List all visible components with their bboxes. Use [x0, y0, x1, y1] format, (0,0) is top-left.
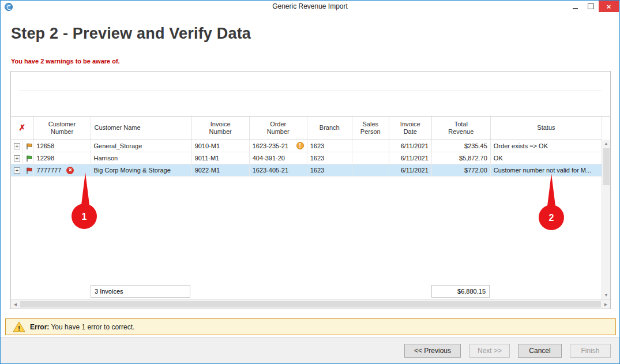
cell-customer-number: 7777777×	[33, 164, 91, 176]
column-header-customer-number[interactable]: Customer Number	[33, 117, 91, 140]
vertical-scroll-thumb[interactable]	[603, 148, 610, 185]
cell-order-number: 1623-405-21	[249, 164, 307, 176]
orange-flag-icon	[25, 142, 33, 150]
cell-status: Order exists => OK	[490, 140, 602, 152]
invoice-table: ✗ Customer Number Customer Name Invoice …	[11, 117, 602, 177]
page-title: Step 2 - Preview and Verify Data	[11, 25, 251, 43]
warning-icon: !	[296, 142, 304, 149]
cell-invoice-date: 6/11/2021	[389, 152, 431, 164]
cell-status: OK	[490, 152, 602, 164]
scroll-up-icon[interactable]: ▲	[602, 140, 610, 148]
column-header-error[interactable]: ✗	[11, 117, 33, 140]
horizontal-scroll-thumb[interactable]	[20, 301, 601, 307]
column-header-sales-person[interactable]: Sales Person	[352, 117, 389, 140]
preview-grid: ✗ Customer Number Customer Name Invoice …	[10, 71, 611, 309]
warning-triangle-icon: !	[13, 321, 25, 333]
cell-total-revenue: $5,872.70	[431, 152, 490, 164]
error-message: You have 1 error to correct.	[51, 323, 134, 331]
green-flag-icon	[25, 155, 33, 162]
cell-customer-number: 12658	[33, 140, 91, 152]
invoice-count-summary: 3 Invoices	[91, 285, 190, 298]
table-row[interactable]: + 7777777× Big Corp Moving & Storage 902…	[11, 164, 602, 176]
cell-branch: 1623	[307, 164, 352, 176]
cell-invoice-number: 9010-M1	[191, 140, 249, 152]
table-row[interactable]: + 12298 Harrison 9011-M1 404-391-20 1623…	[11, 152, 602, 164]
cell-sales-person	[352, 164, 389, 176]
next-button[interactable]: Next >>	[469, 344, 510, 358]
expand-row-icon[interactable]: +	[14, 143, 20, 149]
scroll-left-icon[interactable]: ◀	[11, 300, 20, 309]
scroll-right-icon[interactable]: ▶	[602, 300, 610, 309]
maximize-button[interactable]	[583, 1, 599, 12]
warning-message: You have 2 warnings to be aware of.	[11, 58, 120, 65]
cell-order-number: 1623-235-21!	[249, 140, 307, 152]
button-bar: << Previous Next >> Cancel Finish	[1, 337, 619, 363]
error-label: Error:	[30, 323, 49, 331]
vertical-scrollbar[interactable]: ▲ ▼	[602, 140, 610, 299]
cell-invoice-number: 9022-M1	[191, 164, 249, 176]
error-column-icon: ✗	[18, 123, 25, 132]
column-header-branch[interactable]: Branch	[307, 117, 352, 140]
cell-total-revenue: $772.00	[431, 164, 490, 176]
minimize-button[interactable]	[568, 1, 583, 12]
scroll-down-icon[interactable]: ▼	[602, 291, 610, 299]
dialog-window: Generic Revenue Import × Step 2 - Previe…	[0, 0, 620, 364]
column-header-total-revenue[interactable]: Total Revenue	[431, 117, 490, 140]
error-icon: ×	[66, 167, 74, 174]
svg-text:!: !	[18, 325, 20, 332]
cell-customer-number: 12298	[33, 152, 91, 164]
column-header-order-number[interactable]: Order Number	[249, 117, 307, 140]
cell-invoice-date: 6/11/2021	[389, 140, 431, 152]
cell-invoice-number: 9011-M1	[191, 152, 249, 164]
previous-button[interactable]: << Previous	[404, 344, 461, 358]
cell-invoice-date: 6/11/2021	[389, 164, 431, 176]
group-panel-divider	[18, 91, 602, 91]
error-bar: ! Error: You have 1 error to correct.	[5, 318, 616, 335]
total-revenue-summary: $6,880.15	[431, 285, 490, 298]
expand-row-icon[interactable]: +	[14, 167, 20, 174]
cell-sales-person	[352, 140, 389, 152]
cell-customer-name: Harrison	[91, 152, 191, 164]
cell-branch: 1623	[307, 140, 352, 152]
close-button[interactable]: ×	[599, 1, 619, 12]
column-header-customer-name[interactable]: Customer Name	[91, 117, 191, 140]
cell-branch: 1623	[307, 152, 352, 164]
column-header-status[interactable]: Status	[490, 117, 602, 140]
window-title: Generic Revenue Import	[1, 2, 619, 10]
cell-customer-name: General_Storage	[91, 140, 191, 152]
table-header-row: ✗ Customer Number Customer Name Invoice …	[11, 117, 602, 140]
title-bar: Generic Revenue Import ×	[1, 1, 619, 13]
red-flag-icon	[25, 167, 33, 174]
finish-button[interactable]: Finish	[570, 344, 611, 358]
cell-total-revenue: $235.45	[431, 140, 490, 152]
expand-row-icon[interactable]: +	[14, 155, 20, 162]
table-row[interactable]: + 12658 General_Storage 9010-M1 1623-235…	[11, 140, 602, 152]
cell-customer-name: Big Corp Moving & Storage	[91, 164, 191, 176]
cancel-button[interactable]: Cancel	[518, 344, 562, 358]
cell-order-number: 404-391-20	[249, 152, 307, 164]
column-header-invoice-date[interactable]: Invoice Date	[389, 117, 431, 140]
group-by-panel	[11, 72, 610, 117]
column-header-invoice-number[interactable]: Invoice Number	[191, 117, 249, 140]
cell-sales-person	[352, 152, 389, 164]
cell-status: Customer number not valid for M...	[490, 164, 602, 176]
horizontal-scrollbar[interactable]: ◀ ▶	[11, 299, 610, 309]
